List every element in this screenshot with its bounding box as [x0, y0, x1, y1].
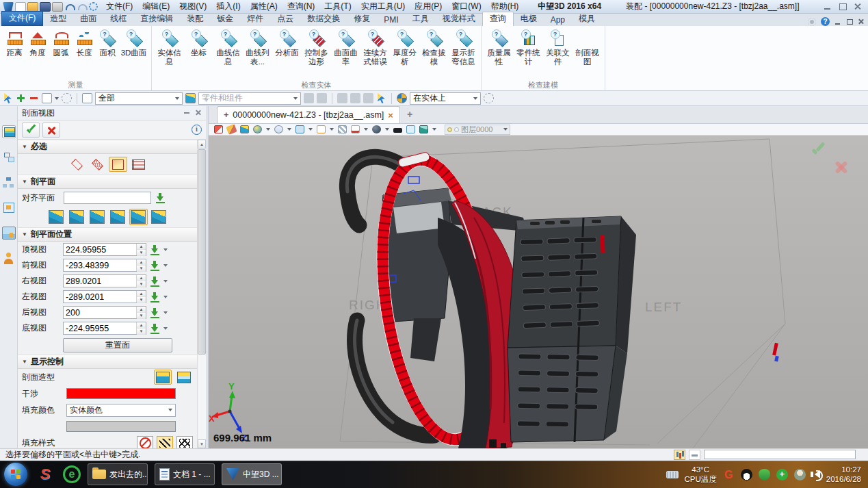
section-view-tab-icon[interactable]: [2, 125, 16, 138]
angle-button[interactable]: 角度: [26, 28, 49, 57]
new-tab-icon[interactable]: +: [407, 109, 412, 120]
view-manager-icon[interactable]: [2, 227, 16, 240]
menu-insert[interactable]: 插入(I): [216, 1, 240, 12]
display-mode-icon[interactable]: [253, 125, 262, 133]
plane-back-icon[interactable]: [129, 209, 148, 225]
section-plane-type-icon[interactable]: [68, 157, 86, 172]
wireframe-mode-icon[interactable]: [274, 125, 283, 133]
thickness-analysis-button[interactable]: 厚度分析: [390, 28, 419, 66]
antivirus-icon[interactable]: +: [776, 469, 788, 480]
analyze-face-button[interactable]: 分析面: [272, 28, 302, 57]
fill-color-swatch[interactable]: [66, 421, 176, 432]
pick-cursor-icon[interactable]: [3, 93, 13, 103]
pick-window-icon[interactable]: [42, 93, 52, 103]
section-required[interactable]: ▼必选: [18, 140, 197, 154]
value-caret-icon[interactable]: [163, 280, 168, 283]
scroll-down-icon[interactable]: ▼: [198, 439, 206, 448]
restore-button[interactable]: [838, 3, 847, 11]
section-display-icon[interactable]: [419, 125, 428, 133]
section-plane-position[interactable]: ▼剖平面位置: [18, 227, 197, 242]
keyboard-icon[interactable]: [666, 471, 679, 478]
area-button[interactable]: 面积: [96, 28, 119, 57]
tab-shape[interactable]: 造型: [43, 12, 73, 26]
open-file-icon[interactable]: [27, 2, 38, 12]
frame-display-icon[interactable]: [317, 125, 326, 133]
document-tab[interactable]: + 00000000new-421.Z3 - [tbzj2aa__.asm] ×: [217, 106, 400, 123]
datum-caret-icon[interactable]: [364, 128, 368, 131]
help-icon[interactable]: ?: [821, 17, 830, 26]
left-view-input[interactable]: [64, 291, 136, 303]
pick-options-caret-icon[interactable]: [55, 97, 59, 100]
taskbar-folder-button[interactable]: 发出去的...: [88, 463, 148, 485]
snap-extra-icon[interactable]: [484, 93, 494, 103]
tab-app[interactable]: App: [544, 14, 572, 26]
value-caret-icon[interactable]: [163, 248, 168, 251]
tab-mold[interactable]: 模具: [572, 12, 602, 26]
menu-utilities[interactable]: 实用工具(U): [361, 1, 406, 12]
import-value-icon[interactable]: [149, 307, 161, 318]
bottom-view-input[interactable]: [64, 322, 136, 334]
snap-combo[interactable]: 在实体上: [410, 92, 481, 105]
value-caret-icon[interactable]: [163, 264, 168, 267]
taskbar-word-button[interactable]: 文档 1 - ...: [155, 463, 215, 485]
edge-display-icon[interactable]: [393, 128, 402, 133]
value-caret-icon[interactable]: [163, 327, 168, 330]
settings-gear-icon[interactable]: [808, 18, 816, 26]
distance-button[interactable]: 距离: [3, 28, 26, 57]
surface-curvature-button[interactable]: 曲面曲率: [331, 28, 360, 66]
ghost-ok-icon[interactable]: [809, 141, 827, 159]
part-statistics-button[interactable]: 零件统计: [514, 28, 543, 66]
scroll-up-icon[interactable]: ▲: [198, 140, 206, 149]
reset-plane-button[interactable]: 重置面: [63, 338, 172, 352]
link-toggle-icon[interactable]: [304, 93, 314, 103]
spin-down-icon[interactable]: ▼: [137, 266, 146, 272]
spin-up-icon[interactable]: ▲: [137, 244, 146, 250]
filter-state-icon-2[interactable]: [350, 93, 360, 103]
spin-down-icon[interactable]: ▼: [137, 313, 146, 319]
tab-wireframe[interactable]: 线框: [103, 12, 133, 26]
clock[interactable]: 10:27 2016/6/28: [826, 465, 861, 485]
background-caret-icon[interactable]: [385, 128, 389, 131]
coordinate-button[interactable]: 坐标: [184, 28, 213, 57]
menu-edit[interactable]: 编辑(E): [142, 1, 170, 12]
import-value-icon[interactable]: [149, 292, 161, 303]
security-shield-icon[interactable]: [759, 469, 770, 480]
uncapped-section-icon[interactable]: [175, 370, 193, 385]
entity-filter-combo[interactable]: 零件和组件: [198, 92, 301, 105]
tab-inquire[interactable]: 查询: [482, 12, 514, 26]
print-icon[interactable]: [52, 2, 63, 12]
assembly-manager-icon[interactable]: [2, 151, 16, 164]
command-input[interactable]: [704, 450, 856, 459]
spin-down-icon[interactable]: ▼: [137, 297, 146, 303]
filter-state-icon-3[interactable]: [363, 93, 373, 103]
tab-direct-edit[interactable]: 直接编辑: [133, 12, 180, 26]
user-tray-icon[interactable]: [794, 469, 806, 480]
section-display-caret-icon[interactable]: [432, 128, 436, 131]
role-manager-icon[interactable]: [2, 252, 16, 265]
plane-front-icon[interactable]: [68, 209, 86, 225]
fill-none-icon[interactable]: [137, 436, 153, 448]
background-icon[interactable]: [372, 125, 381, 133]
menu-inquire[interactable]: 查询(N): [287, 1, 315, 12]
redo-icon[interactable]: [77, 2, 88, 12]
doc-restore-icon[interactable]: [846, 18, 853, 25]
tab-weldments[interactable]: 焊件: [240, 12, 270, 26]
tab-heal[interactable]: 修复: [347, 12, 377, 26]
new-file-icon[interactable]: [15, 2, 26, 12]
menu-applications[interactable]: 应用(P): [415, 1, 442, 12]
front-view-input[interactable]: [64, 259, 136, 271]
import-value-icon[interactable]: [149, 276, 161, 287]
menu-view[interactable]: 视图(V): [179, 1, 207, 12]
mass-properties-button[interactable]: 质量属性: [484, 28, 514, 66]
plane-display-caret-icon[interactable]: [308, 128, 313, 131]
add-pick-icon[interactable]: [16, 93, 26, 103]
tray-g-icon[interactable]: G: [723, 469, 735, 480]
menu-attributes[interactable]: 属性(A): [250, 1, 278, 12]
spin-down-icon[interactable]: ▼: [137, 329, 146, 335]
fill-hatch-icon[interactable]: [157, 436, 173, 448]
visibility-manager-icon[interactable]: [2, 201, 16, 214]
pick-list-icon[interactable]: [82, 93, 92, 103]
align-plane-input[interactable]: [64, 192, 151, 204]
panel-toggle-icon[interactable]: [689, 450, 700, 460]
curve-list-button[interactable]: 曲线列表...: [243, 28, 272, 66]
